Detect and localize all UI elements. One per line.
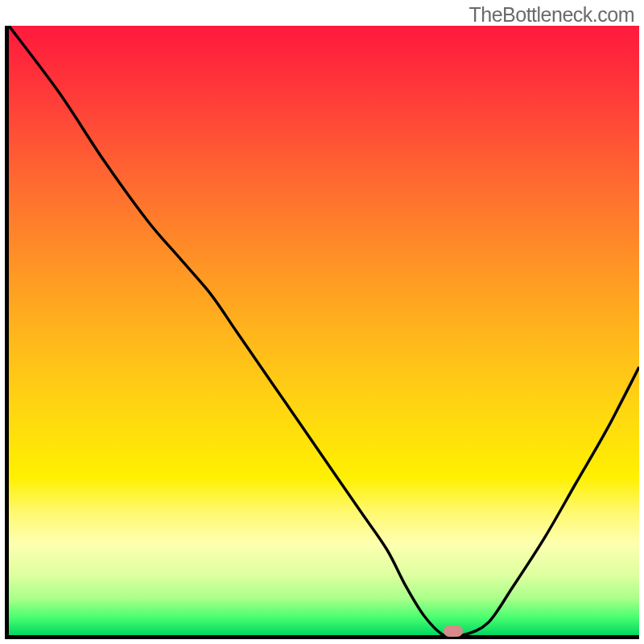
chart-plot-area (5, 26, 639, 639)
watermark-text: TheBottleneck.com (469, 3, 635, 27)
bottleneck-curve (9, 26, 639, 635)
optimum-marker-icon (444, 625, 463, 637)
